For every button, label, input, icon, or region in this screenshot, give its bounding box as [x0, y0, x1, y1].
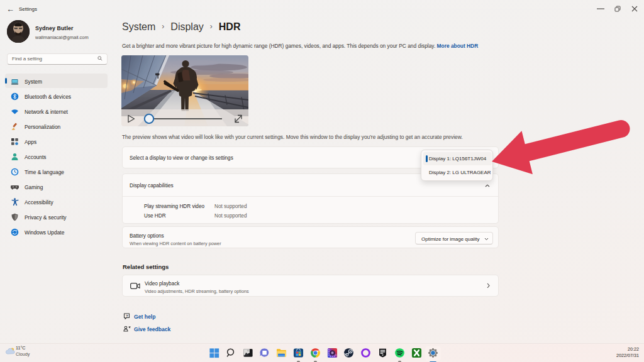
- svg-text:?: ?: [126, 314, 128, 318]
